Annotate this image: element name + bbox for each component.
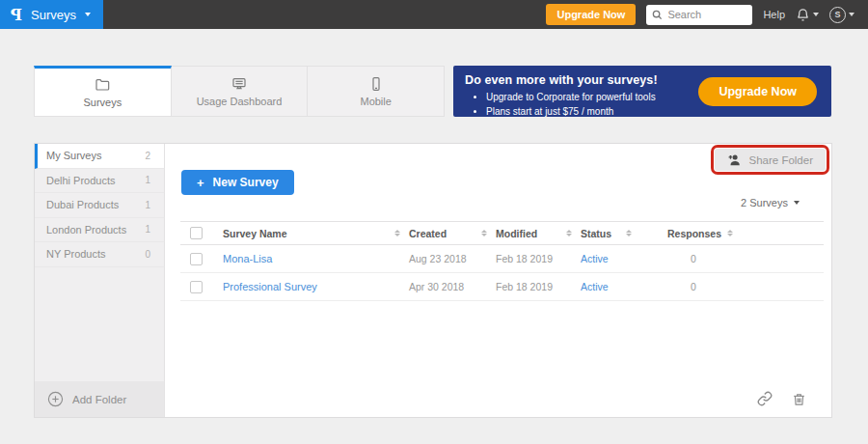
responses-count: 0 (667, 253, 696, 264)
sort-icon[interactable] (566, 230, 572, 237)
avatar: S (829, 7, 846, 23)
share-folder-button[interactable]: Share Folder (715, 149, 826, 171)
header-modified[interactable]: Modified (496, 228, 581, 239)
person-plus-icon (727, 153, 742, 166)
banner-bullet: Plans start at just $75 / month (486, 104, 820, 119)
responses-count: 0 (667, 281, 696, 292)
search-input[interactable] (667, 9, 746, 20)
folder-label: NY Products (46, 248, 106, 260)
bell-icon (796, 8, 810, 22)
search-box[interactable] (646, 5, 752, 25)
folder-count: 2 (145, 151, 150, 161)
surveys-table: Survey Name Created Modified Status Resp… (180, 221, 824, 301)
header-responses[interactable]: Responses (667, 228, 733, 239)
add-folder-button[interactable]: Add Folder (35, 381, 164, 417)
topbar: P Surveys Upgrade Now Help S (0, 0, 868, 29)
sidebar-item-dubai-products[interactable]: Dubai Products 1 (35, 193, 164, 218)
sidebar-item-delhi-products[interactable]: Delhi Products 1 (35, 169, 164, 194)
folder-label: Delhi Products (46, 175, 116, 186)
promo-banner: Do even more with your surveys! Upgrade … (453, 66, 831, 117)
folder-count: 1 (145, 200, 150, 210)
add-folder-label: Add Folder (72, 394, 126, 405)
header-label: Modified (496, 228, 537, 239)
folders-sidebar: My Surveys 2 Delhi Products 1 Dubai Prod… (35, 144, 165, 417)
sort-icon[interactable] (481, 230, 487, 237)
share-folder-label: Share Folder (749, 154, 813, 166)
plus-icon (197, 176, 204, 190)
folder-count: 1 (145, 175, 150, 185)
chevron-down-icon (85, 13, 91, 16)
tab-label: Surveys (83, 97, 122, 108)
status-badge[interactable]: Active (581, 281, 609, 292)
sidebar-item-ny-products[interactable]: NY Products 0 (35, 242, 164, 267)
header-label: Status (581, 228, 611, 239)
row-checkbox[interactable] (190, 253, 203, 265)
survey-count-label: 2 Surveys (741, 197, 788, 208)
survey-count-dropdown[interactable]: 2 Surveys (741, 197, 800, 208)
chevron-down-icon (813, 13, 819, 16)
product-menu-label: Surveys (31, 8, 76, 22)
header-survey-name[interactable]: Survey Name (223, 228, 409, 239)
upgrade-now-button[interactable]: Upgrade Now (546, 4, 636, 25)
tab-label: Mobile (360, 96, 391, 107)
new-survey-label: New Survey (213, 176, 279, 189)
sidebar-item-my-surveys[interactable]: My Surveys 2 (35, 144, 164, 169)
trash-icon[interactable] (792, 392, 806, 406)
mobile-icon (367, 76, 385, 92)
header-label: Responses (667, 228, 721, 239)
new-survey-button[interactable]: New Survey (181, 170, 294, 195)
chevron-down-icon (849, 13, 854, 16)
table-header-row: Survey Name Created Modified Status Resp… (180, 221, 824, 245)
created-date: Aug 23 2018 (409, 253, 467, 264)
notifications-menu[interactable] (796, 8, 819, 22)
folder-label: Dubai Products (46, 199, 119, 210)
link-icon[interactable] (757, 391, 773, 406)
search-icon (652, 10, 663, 20)
row-checkbox[interactable] (190, 281, 203, 293)
header-label: Created (409, 228, 447, 239)
tab-surveys[interactable]: Surveys (34, 66, 172, 116)
dashboard-icon (231, 76, 248, 92)
sort-icon[interactable] (626, 230, 632, 237)
table-row: Professional Survey Apr 30 2018 Feb 18 2… (180, 273, 824, 301)
help-link[interactable]: Help (763, 9, 785, 20)
sort-icon[interactable] (727, 230, 733, 237)
banner-upgrade-button[interactable]: Upgrade Now (698, 77, 817, 106)
folder-count: 1 (145, 224, 150, 235)
sort-icon[interactable] (394, 230, 400, 237)
table-row: Mona-Lisa Aug 23 2018 Feb 18 2019 Active… (180, 245, 824, 273)
modified-date: Feb 18 2019 (496, 253, 553, 264)
annotation-highlight: Share Folder (711, 145, 829, 175)
account-menu[interactable]: S (829, 7, 854, 23)
chevron-down-icon (794, 201, 800, 205)
survey-name-link[interactable]: Professional Survey (223, 281, 317, 292)
select-all-checkbox[interactable] (190, 227, 203, 239)
topbar-right: Upgrade Now Help S (546, 4, 868, 25)
main-tabs: Surveys Usage Dashboard Mobile (34, 66, 445, 117)
header-status[interactable]: Status (581, 228, 640, 239)
surveys-content: Share Folder New Survey 2 Surveys Survey… (165, 144, 831, 417)
surveys-panel: My Surveys 2 Delhi Products 1 Dubai Prod… (34, 143, 832, 418)
folder-label: London Products (46, 224, 126, 236)
header-created[interactable]: Created (409, 228, 496, 239)
folder-icon (94, 77, 111, 93)
tab-label: Usage Dashboard (197, 96, 283, 107)
folder-label: My Surveys (46, 150, 101, 161)
created-date: Apr 30 2018 (409, 281, 464, 292)
tab-mobile[interactable]: Mobile (308, 67, 444, 116)
bulk-actions (757, 391, 806, 406)
tab-usage-dashboard[interactable]: Usage Dashboard (172, 67, 309, 116)
survey-name-link[interactable]: Mona-Lisa (223, 253, 272, 264)
proprofs-logo-icon: P (11, 6, 22, 24)
header-label: Survey Name (223, 228, 287, 239)
sidebar-item-london-products[interactable]: London Products 1 (35, 218, 164, 243)
brand-product-menu[interactable]: P Surveys (0, 0, 103, 29)
folder-count: 0 (145, 249, 150, 260)
status-badge[interactable]: Active (581, 253, 609, 264)
plus-circle-icon (47, 391, 64, 407)
modified-date: Feb 18 2019 (496, 281, 553, 292)
